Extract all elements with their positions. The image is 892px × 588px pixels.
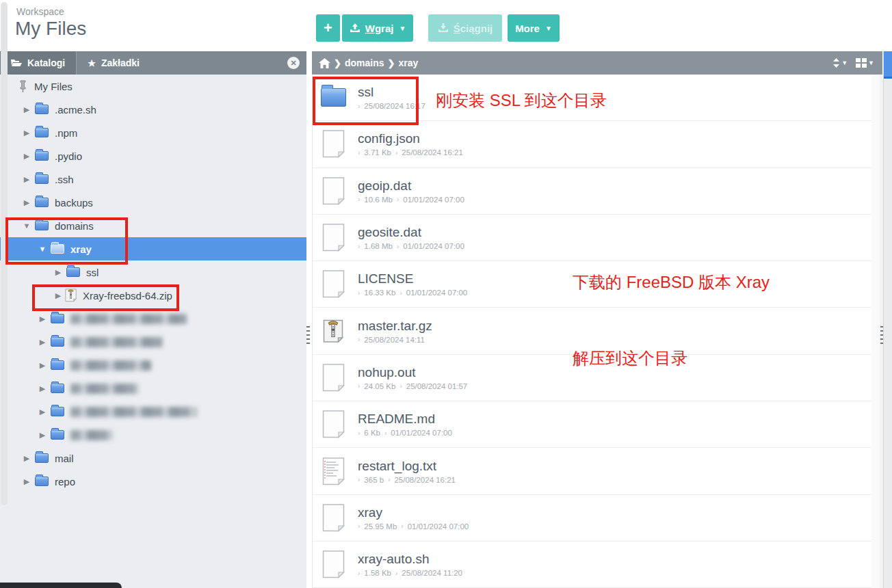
tree-item-label: .pydio: [55, 150, 82, 162]
tree-item-redacted[interactable]: ▶: [0, 400, 306, 423]
expand-arrow-icon[interactable]: ▶: [38, 361, 47, 370]
file-list: ssl›25/08/2024 16:17 config.json›3.71 Kb…: [312, 75, 872, 588]
folder-icon: [51, 384, 64, 393]
scrollbar-track[interactable]: [871, 75, 880, 588]
tree-item-xray-freebsd-64-zip[interactable]: ▶ Xray-freebsd-64.zip: [0, 284, 306, 307]
meta-separator-icon: ›: [384, 429, 386, 437]
meta-value: 25/08/2024 16:17: [364, 102, 425, 110]
file-row-license[interactable]: LICENSE›16.33 Kb›01/01/2024 07:00: [313, 261, 872, 308]
tree-item--npm[interactable]: ▶.npm: [0, 121, 306, 144]
file-meta: ›10.6 Mb›01/01/2024 07:00: [358, 196, 464, 204]
file-meta: ›365 b›25/08/2024 16:21: [358, 476, 456, 484]
folder-icon: [319, 82, 347, 113]
file-meta: ›25/08/2024 14:11: [358, 336, 432, 344]
file-name: geosite.dat: [358, 225, 464, 240]
file-name: xray-auto.sh: [358, 552, 462, 567]
more-button[interactable]: More ▼: [508, 14, 560, 42]
tree-item-ssl[interactable]: ▶ssl: [0, 260, 306, 284]
expand-arrow-icon[interactable]: ▶: [23, 198, 31, 207]
file-name: xray: [358, 505, 469, 520]
file-info: geosite.dat›1.68 Mb›01/01/2024 07:00: [358, 225, 464, 250]
file-info: xray›25.95 Mb›01/01/2024 07:00: [358, 505, 469, 531]
expand-arrow-icon[interactable]: ▶: [23, 105, 31, 114]
tree-item-my-files[interactable]: My Files: [0, 75, 306, 98]
display-mode-button[interactable]: ▼: [856, 58, 874, 68]
breadcrumb-xray[interactable]: xray: [398, 57, 418, 68]
tree-item-backups[interactable]: ▶backups: [0, 191, 306, 214]
file-row-ssl[interactable]: ssl›25/08/2024 16:17: [313, 75, 872, 121]
expand-arrow-icon[interactable]: ▶: [54, 291, 62, 300]
expand-arrow-icon[interactable]: ▶: [54, 268, 62, 277]
collapse-arrow-icon[interactable]: ▼: [23, 222, 31, 230]
file-row-config-json[interactable]: config.json›3.71 Kb›25/08/2024 16:21: [313, 121, 872, 168]
splitter-grip[interactable]: [306, 326, 310, 347]
home-icon[interactable]: [319, 58, 330, 68]
download-button[interactable]: Ściągnij: [428, 14, 502, 42]
meta-separator-icon: ›: [399, 382, 402, 390]
tree-item-xray[interactable]: ▼xray: [0, 237, 306, 260]
list-actions: ▼ ▼: [832, 58, 874, 68]
file-row-xray[interactable]: xray›25.95 Mb›01/01/2024 07:00: [313, 495, 872, 542]
expand-arrow-icon[interactable]: ▶: [23, 175, 31, 184]
tree-item--acme-sh[interactable]: ▶.acme.sh: [0, 98, 306, 121]
expand-arrow-icon[interactable]: ▶: [23, 152, 31, 161]
file-row-master-tar-gz[interactable]: master.tar.gz›25/08/2024 14:11: [313, 308, 872, 354]
sort-button[interactable]: ▼: [832, 58, 848, 68]
file-row-restart-log-txt[interactable]: restart_log.txt›365 b›25/08/2024 16:21: [313, 448, 872, 494]
file-row-geosite-dat[interactable]: geosite.dat›1.68 Mb›01/01/2024 07:00: [313, 215, 872, 261]
tree-item-label: xray: [70, 243, 92, 255]
file-row-geoip-dat[interactable]: geoip.dat›10.6 Mb›01/01/2024 07:00: [313, 168, 872, 215]
folder-icon: [51, 244, 64, 254]
meta-separator-icon: ›: [358, 570, 360, 577]
close-icon[interactable]: ✕: [287, 57, 300, 69]
file-icon: [319, 549, 347, 580]
upload-button[interactable]: Wgraj ▼: [342, 14, 413, 42]
expand-arrow-icon[interactable]: ▶: [38, 384, 47, 393]
file-row-xray-auto-sh[interactable]: xray-auto.sh›1.58 Kb›25/08/2024 11:20: [313, 542, 872, 588]
redacted-folder-name: [70, 407, 197, 417]
tree-item-redacted[interactable]: ▶: [0, 307, 306, 330]
upload-label: Wgraj: [365, 23, 394, 34]
collapse-arrow-icon[interactable]: ▼: [38, 245, 47, 253]
tree-item--pydio[interactable]: ▶.pydio: [0, 144, 306, 168]
file-meta: ›1.58 Kb›25/08/2024 11:20: [358, 569, 462, 577]
tab-folders[interactable]: Katalogi: [0, 51, 77, 75]
meta-separator-icon: ›: [401, 522, 403, 530]
scrollbar-thumb[interactable]: [1, 2, 8, 505]
tree-item-repo[interactable]: ▶repo: [0, 470, 306, 493]
tree-item--ssh[interactable]: ▶.ssh: [0, 168, 306, 191]
tree-item-redacted[interactable]: ▶: [0, 353, 306, 377]
meta-value: 3.71 Kb: [364, 148, 391, 157]
expand-arrow-icon[interactable]: ▶: [23, 454, 31, 463]
file-icon: [319, 362, 347, 393]
file-meta: ›24.05 Kb›25/08/2024 01:57: [358, 382, 467, 390]
info-panel-toggle[interactable]: [884, 51, 892, 79]
archive-file-icon: [319, 315, 347, 347]
tree-item-mail[interactable]: ▶mail: [0, 446, 306, 470]
add-button[interactable]: +: [316, 14, 340, 42]
file-info: geoip.dat›10.6 Mb›01/01/2024 07:00: [358, 178, 464, 204]
file-row-nohup-out[interactable]: nohup.out›24.05 Kb›25/08/2024 01:57: [313, 355, 872, 401]
folder-icon: [51, 430, 64, 440]
expand-arrow-icon[interactable]: ▶: [38, 338, 47, 347]
expand-arrow-icon[interactable]: ▶: [23, 477, 31, 486]
splitter-left[interactable]: [306, 75, 312, 588]
file-icon: [319, 502, 347, 533]
expand-arrow-icon[interactable]: ▶: [38, 315, 47, 323]
meta-value: 25/08/2024 16:21: [402, 148, 463, 157]
tree-item-redacted[interactable]: ▶: [0, 330, 306, 353]
meta-value: 01/01/2024 07:00: [408, 522, 469, 531]
meta-separator-icon: ›: [358, 429, 360, 437]
file-name: config.json: [358, 131, 463, 146]
tree-item-redacted[interactable]: ▶: [0, 377, 306, 400]
file-row-readme-md[interactable]: README.md›6 Kb›01/01/2024 07:00: [313, 401, 872, 448]
meta-value: 16.33 Kb: [364, 289, 395, 297]
tree-item-redacted[interactable]: ▶: [0, 423, 306, 446]
tab-bookmarks[interactable]: ★ Zakładki: [77, 51, 150, 75]
tree-item-domains[interactable]: ▼domains: [0, 214, 306, 237]
file-manager-window: Workspace My Files + Wgraj ▼ Ściągnij Mo…: [0, 0, 892, 588]
expand-arrow-icon[interactable]: ▶: [23, 129, 31, 137]
breadcrumb-domains[interactable]: domains: [345, 57, 384, 68]
expand-arrow-icon[interactable]: ▶: [38, 431, 47, 440]
expand-arrow-icon[interactable]: ▶: [38, 407, 47, 416]
